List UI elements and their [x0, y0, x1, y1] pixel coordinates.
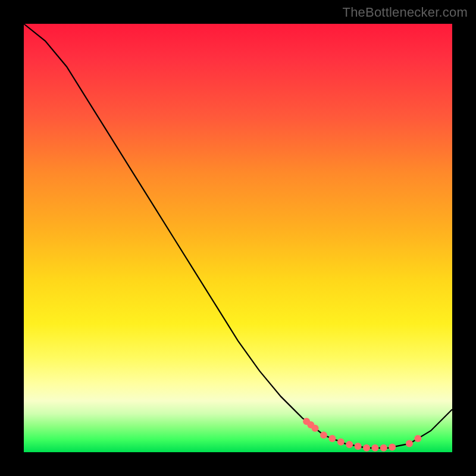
- bottleneck-curve: [24, 24, 452, 448]
- plot-area: [24, 24, 452, 452]
- highlight-point: [414, 435, 421, 442]
- curve-svg: [24, 24, 452, 452]
- highlight-point: [320, 431, 327, 439]
- highlight-point: [371, 444, 378, 452]
- highlight-point: [406, 440, 413, 447]
- highlight-point: [312, 425, 319, 432]
- highlight-point: [346, 441, 353, 448]
- highlight-point: [355, 443, 362, 450]
- highlight-point: [328, 435, 336, 442]
- highlight-point: [380, 444, 387, 452]
- highlight-point: [363, 444, 370, 452]
- highlight-point: [389, 443, 396, 450]
- highlight-point: [337, 439, 345, 446]
- chart-frame: TheBottlenecker.com: [0, 0, 476, 476]
- attribution-text: TheBottlenecker.com: [343, 5, 468, 20]
